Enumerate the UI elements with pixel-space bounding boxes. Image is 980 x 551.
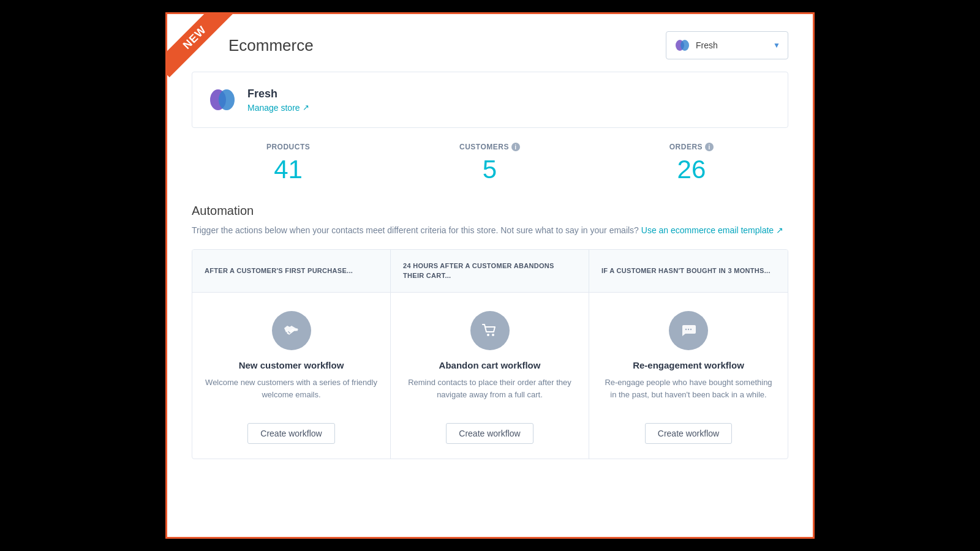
workflow-icon-1 — [272, 311, 311, 350]
workflow-col-1: AFTER A CUSTOMER'S FIRST PURCHASE... New… — [192, 250, 391, 459]
workflow-trigger-1: AFTER A CUSTOMER'S FIRST PURCHASE... — [192, 250, 390, 293]
store-info: Fresh Manage store ↗ — [247, 88, 309, 113]
chat-icon — [679, 321, 698, 340]
svg-point-1 — [680, 40, 689, 51]
manage-store-link[interactable]: Manage store ↗ — [247, 103, 309, 113]
workflow-trigger-2: 24 HOURS AFTER A CUSTOMER ABANDONS THEIR… — [391, 250, 589, 293]
workflow-icon-3 — [669, 311, 708, 350]
svg-point-8 — [688, 329, 689, 330]
stat-orders-label: ORDERS i — [669, 143, 714, 151]
workflow-col-3: IF A CUSTOMER HASN'T BOUGHT IN 3 MONTHS.… — [589, 250, 788, 459]
main-frame: NEW Ecommerce Fresh ▼ Fresh Manage store… — [165, 12, 815, 539]
stat-products-value: 41 — [266, 155, 310, 184]
stat-products: PRODUCTS 41 — [266, 143, 310, 184]
manage-store-label: Manage store — [247, 103, 300, 113]
svg-point-5 — [487, 334, 489, 336]
workflow-desc-2: Remind contacts to place their order aft… — [403, 377, 576, 408]
automation-description: Trigger the actions below when your cont… — [192, 224, 788, 237]
workflow-trigger-3: IF A CUSTOMER HASN'T BOUGHT IN 3 MONTHS.… — [589, 250, 788, 293]
automation-section: Automation Trigger the actions below whe… — [167, 204, 813, 459]
handshake-icon — [282, 321, 301, 340]
workflow-icon-2 — [470, 311, 510, 350]
store-selector-dropdown[interactable]: Fresh ▼ — [666, 31, 788, 59]
svg-point-9 — [690, 329, 692, 330]
new-ribbon: NEW — [167, 14, 235, 81]
stat-customers-label: CUSTOMERS i — [459, 143, 520, 151]
stat-orders-value: 26 — [669, 155, 714, 184]
selector-store-logo — [674, 37, 691, 54]
workflow-col-2: 24 HOURS AFTER A CUSTOMER ABANDONS THEIR… — [391, 250, 589, 459]
svg-point-7 — [685, 329, 687, 330]
create-workflow-btn-1[interactable]: Create workflow — [247, 423, 334, 444]
email-template-link[interactable]: Use an ecommerce email template ↗ — [641, 225, 783, 235]
store-name: Fresh — [247, 88, 309, 100]
workflow-body-1: New customer workflow Welcome new custom… — [192, 293, 390, 459]
svg-point-6 — [492, 334, 494, 336]
workflow-grid: AFTER A CUSTOMER'S FIRST PURCHASE... New… — [192, 249, 788, 459]
store-logo — [207, 84, 238, 115]
stat-orders: ORDERS i 26 — [669, 143, 714, 184]
stats-row: PRODUCTS 41 CUSTOMERS i 5 ORDERS i 26 — [192, 143, 788, 184]
automation-title: Automation — [192, 204, 788, 218]
stat-customers: CUSTOMERS i 5 — [459, 143, 520, 184]
cart-icon — [481, 321, 499, 340]
customers-info-icon: i — [511, 143, 520, 151]
create-workflow-btn-3[interactable]: Create workflow — [645, 423, 732, 444]
email-template-external-icon: ↗ — [776, 225, 783, 235]
ribbon-text: NEW — [167, 14, 235, 77]
stat-products-label: PRODUCTS — [266, 143, 310, 151]
workflow-name-3: Re-engagement workflow — [633, 360, 744, 370]
orders-info-icon: i — [705, 143, 714, 151]
workflow-desc-3: Re-engage people who have bought somethi… — [601, 377, 775, 408]
workflow-name-2: Abandon cart workflow — [439, 360, 541, 370]
selector-store-name: Fresh — [696, 40, 768, 50]
svg-point-3 — [219, 89, 235, 110]
workflow-name-1: New customer workflow — [239, 360, 344, 370]
store-card: Fresh Manage store ↗ — [192, 72, 788, 128]
create-workflow-btn-2[interactable]: Create workflow — [446, 423, 533, 444]
workflow-body-2: Abandon cart workflow Remind contacts to… — [391, 293, 589, 459]
workflow-desc-1: Welcome new customers with a series of f… — [205, 377, 378, 408]
header: Ecommerce Fresh ▼ — [167, 14, 813, 72]
stat-customers-value: 5 — [459, 155, 520, 184]
external-link-icon: ↗ — [303, 103, 309, 112]
workflow-body-3: Re-engagement workflow Re-engage people … — [589, 293, 788, 459]
dropdown-arrow-icon: ▼ — [773, 41, 780, 50]
